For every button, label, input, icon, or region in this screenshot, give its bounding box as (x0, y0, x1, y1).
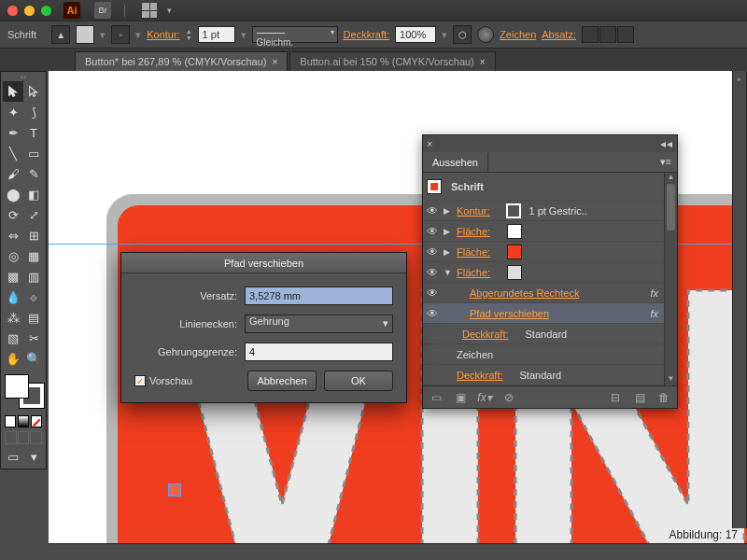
appearance-opacity-row[interactable]: Deckkraft: Standard (423, 365, 664, 385)
fx-icon[interactable]: fx (650, 308, 660, 319)
bridge-button[interactable]: Br (94, 2, 111, 19)
color-mode-none[interactable] (31, 415, 42, 427)
brush-tool[interactable]: 🖌 (3, 163, 23, 184)
rectangle-tool[interactable]: ▭ (23, 143, 44, 163)
fill-swatch[interactable] (5, 374, 29, 399)
opacity-label[interactable]: Deckkraft: (462, 329, 509, 340)
color-mode-gradient[interactable] (18, 415, 29, 427)
new-fill-button[interactable]: ▣ (453, 391, 468, 404)
slice-tool[interactable]: ✂ (23, 328, 44, 348)
fill-label[interactable]: Fläche: (457, 226, 490, 237)
window-minimize-button[interactable] (24, 6, 35, 16)
selection-tool[interactable] (3, 81, 23, 102)
panel-titlebar[interactable]: × ◂◂ (423, 135, 677, 152)
right-dock[interactable]: ▸ (732, 71, 747, 528)
appearance-effect-row-selected[interactable]: 👁 Pfad verschieben fx (423, 303, 664, 324)
symbol-sprayer-tool[interactable]: ⁂ (3, 307, 23, 328)
visibility-icon[interactable]: 👁 (427, 225, 440, 238)
new-stroke-button[interactable]: ▭ (429, 391, 444, 404)
panel-tab-aussehen[interactable]: Aussehen (423, 153, 488, 172)
stroke-label[interactable]: Kontur: (457, 205, 489, 217)
pencil-tool[interactable]: ✎ (23, 163, 44, 184)
appearance-row-characters[interactable]: Zeichen (423, 344, 664, 365)
disclosure-icon[interactable]: ▼ (444, 268, 453, 277)
panel-close-icon[interactable]: × (427, 138, 432, 149)
panel-menu-icon[interactable]: ▾≡ (655, 156, 677, 168)
ok-button[interactable]: OK (324, 371, 393, 391)
fill-label[interactable]: Fläche: (457, 246, 490, 258)
dropdown-icon[interactable]: ▾ (442, 29, 447, 41)
eraser-tool[interactable]: ◧ (23, 184, 44, 204)
duplicate-item-button[interactable]: ⊟ (608, 391, 623, 404)
effect-label[interactable]: Abgerundetes Rechteck (470, 287, 579, 299)
shape-builder-tool[interactable]: ◎ (3, 245, 23, 266)
recolor-button[interactable]: ⬡ (453, 25, 472, 44)
dialog-title[interactable]: Pfad verschieben (121, 253, 406, 273)
dropdown-icon[interactable]: ▾ (241, 29, 247, 41)
appearance-opacity-row[interactable]: Deckkraft: Standard (423, 324, 664, 344)
stroke-stepper[interactable]: ▲▼ (186, 28, 192, 41)
appearance-row-fill[interactable]: 👁 ▶ Fläche: (423, 221, 664, 242)
close-tab-icon[interactable]: × (480, 57, 486, 67)
fill-swatch-icon[interactable] (507, 224, 522, 239)
document-tab[interactable]: Button.ai bei 150 % (CMYK/Vorschau) × (289, 51, 495, 71)
direct-selection-tool[interactable] (23, 81, 44, 102)
visibility-icon[interactable]: 👁 (427, 204, 440, 217)
offset-input[interactable] (245, 287, 393, 305)
miter-input[interactable] (245, 343, 393, 361)
blob-brush-tool[interactable]: ⬤ (3, 184, 23, 204)
panel-grip[interactable]: •• (3, 74, 44, 81)
blend-tool[interactable]: ⟐ (23, 287, 44, 307)
scroll-down-icon[interactable]: ▼ (665, 374, 677, 385)
mesh-tool[interactable]: ▩ (3, 266, 23, 287)
character-link[interactable]: Zeichen (500, 29, 536, 40)
stroke-swatch-icon[interactable] (506, 203, 521, 218)
screen-mode-button[interactable]: ▭ (3, 446, 23, 467)
joins-select[interactable]: Gehrung (245, 315, 393, 333)
disclosure-icon[interactable]: ▶ (444, 206, 453, 216)
appearance-row-fill[interactable]: 👁 ▶ Fläche: (423, 242, 664, 262)
dropdown-icon[interactable]: ▾ (135, 29, 141, 41)
window-zoom-button[interactable] (41, 6, 51, 16)
cancel-button[interactable]: Abbrechen (247, 371, 317, 391)
visibility-icon[interactable]: 👁 (427, 266, 440, 279)
opacity-link[interactable]: Deckkraft: (344, 29, 390, 40)
scale-tool[interactable]: ⤢ (23, 204, 44, 225)
scroll-up-icon[interactable]: ▲ (665, 173, 677, 184)
free-transform-tool[interactable]: ⊞ (23, 225, 44, 245)
draw-normal[interactable] (5, 431, 17, 444)
panel-collapse-icon[interactable]: ◂◂ (660, 137, 673, 150)
stroke-swatch-frame[interactable]: ▫ (111, 25, 130, 44)
window-close-button[interactable] (7, 6, 18, 16)
fill-stroke-control[interactable] (3, 372, 46, 410)
stroke-link[interactable]: Kontur: (147, 29, 179, 40)
workspace-switcher[interactable] (142, 3, 157, 18)
disclosure-icon[interactable]: ▶ (444, 247, 453, 257)
appearance-target-row[interactable]: Schrift (423, 173, 664, 201)
align-buttons[interactable] (582, 26, 634, 43)
magic-wand-tool[interactable]: ✦ (3, 102, 23, 122)
line-tool[interactable]: ╲ (3, 143, 23, 163)
appearance-row-stroke[interactable]: 👁 ▶ Kontur: 1 pt Gestric.. (423, 201, 664, 221)
lasso-tool[interactable]: ⟆ (23, 102, 44, 122)
fill-swatch-icon[interactable] (507, 265, 522, 280)
fill-swatch[interactable] (76, 25, 94, 44)
document-tab[interactable]: Button* bei 267,89 % (CMYK/Vorschau) × (75, 51, 288, 71)
preview-checkbox[interactable]: ✓ Vorschau (134, 375, 192, 386)
dropdown-icon[interactable]: ▾ (100, 29, 106, 41)
fill-swatch-icon[interactable] (507, 245, 522, 259)
panel-scrollbar[interactable]: ▲ ▼ (664, 173, 677, 385)
effect-label[interactable]: Pfad verschieben (470, 308, 549, 319)
opacity-label[interactable]: Deckkraft: (457, 370, 503, 381)
new-item-button[interactable]: ▤ (632, 391, 647, 404)
disclosure-icon[interactable]: ▶ (444, 227, 453, 236)
graph-tool[interactable]: ▤ (23, 307, 44, 328)
artboard-tool[interactable]: ▧ (3, 328, 23, 348)
fill-label[interactable]: Fläche: (457, 267, 490, 278)
pen-tool[interactable]: ✒ (3, 122, 23, 143)
clear-appearance-button[interactable]: ⊘ (501, 391, 516, 404)
stroke-weight-input[interactable] (198, 26, 235, 43)
stroke-style-select[interactable]: Gleichm. (252, 26, 338, 43)
screen-mode-menu[interactable]: ▾ (23, 446, 44, 467)
selection-handle[interactable] (168, 483, 181, 497)
